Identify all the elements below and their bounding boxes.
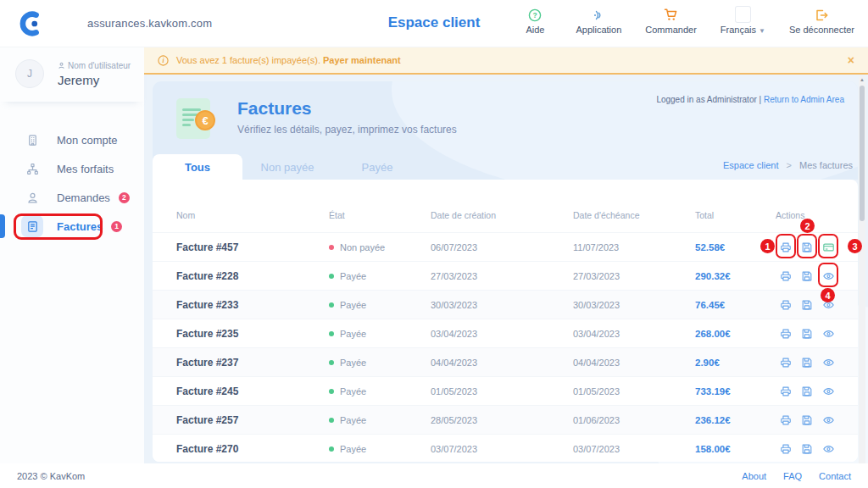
- print-button[interactable]: [780, 269, 792, 283]
- invoice-actions: [776, 413, 834, 427]
- return-admin-link[interactable]: Return to Admin Area: [764, 95, 844, 104]
- print-button[interactable]: [780, 327, 792, 341]
- breadcrumb: Espace client > Mes factures: [723, 160, 853, 170]
- user-label: Nom d'utilisateur: [68, 61, 131, 70]
- invoice-hero-icon: €: [176, 98, 215, 141]
- logout-button[interactable]: Se déconnecter: [789, 7, 854, 35]
- invoice-due-date: 27/03/2023: [573, 271, 695, 281]
- copyright: 2023 © KavKom: [17, 471, 85, 481]
- sidebar-menu: Mon compte Mes forfaits Demandes 2 Fact: [0, 125, 144, 241]
- save-icon: [801, 270, 813, 282]
- view-button[interactable]: [822, 413, 834, 427]
- breadcrumb-espace-client[interactable]: Espace client: [723, 160, 778, 170]
- save-button[interactable]: [801, 442, 813, 456]
- tab-payee[interactable]: Payée: [332, 154, 422, 180]
- kavkom-logo-icon[interactable]: [19, 11, 44, 36]
- nav-item-commander[interactable]: Commander: [645, 7, 697, 35]
- invoice-name: Facture #245: [176, 385, 329, 397]
- top-bar: assurances.kavkom.com Espace client ? Ai…: [0, 0, 868, 47]
- invoice-name: Facture #457: [176, 241, 329, 253]
- col-etat: État: [329, 210, 431, 220]
- language-selector[interactable]: Français▼: [721, 7, 765, 35]
- sidebar-item-mes-forfaits[interactable]: Mes forfaits: [0, 154, 144, 183]
- footer-link-about[interactable]: About: [742, 471, 766, 481]
- col-nom: Nom: [176, 210, 329, 220]
- invoice-due-date: 03/04/2023: [573, 329, 695, 339]
- print-button[interactable]: [780, 385, 792, 398]
- invoice-created-date: 03/04/2023: [431, 329, 573, 339]
- view-icon: [822, 270, 835, 282]
- invoice-status: Payée: [329, 444, 431, 454]
- sidebar-item-mon-compte[interactable]: Mon compte: [0, 125, 144, 154]
- print-icon: [780, 241, 792, 253]
- save-button[interactable]: [801, 241, 813, 254]
- save-icon: [801, 385, 813, 397]
- table-row: Facture #235Payée03/04/202303/04/2023268…: [153, 319, 858, 347]
- requests-icon: [21, 186, 43, 208]
- invoice-total: 2.90€: [695, 358, 776, 368]
- breadcrumb-current: Mes factures: [799, 160, 853, 170]
- alert-message: Vous avez 1 facture(s) impayée(s).: [176, 55, 320, 65]
- view-icon: [822, 299, 835, 311]
- invoice-due-date: 01/06/2023: [573, 415, 695, 425]
- client-portal-page: assurances.kavkom.com Espace client ? Ai…: [0, 0, 868, 488]
- save-button[interactable]: [801, 413, 813, 427]
- save-button[interactable]: [801, 298, 813, 312]
- col-echeance: Date d'échéance: [573, 210, 695, 220]
- table-row: Facture #457Non payée06/07/202311/07/202…: [153, 232, 858, 261]
- footer-link-contact[interactable]: Contact: [819, 471, 851, 481]
- view-button[interactable]: [822, 269, 834, 283]
- print-button[interactable]: [780, 356, 792, 369]
- invoice-total: 76.45€: [695, 300, 776, 310]
- table-row: Facture #257Payée28/05/202301/06/2023236…: [153, 405, 858, 434]
- view-button[interactable]: [822, 356, 834, 369]
- save-button[interactable]: [801, 385, 813, 398]
- print-button[interactable]: [780, 298, 792, 312]
- status-dot-icon: [329, 389, 334, 394]
- invoice-name: Facture #257: [176, 414, 329, 426]
- invoice-created-date: 27/03/2023: [431, 271, 573, 281]
- nav-item-aide[interactable]: ? Aide: [518, 7, 552, 35]
- footer-link-faq[interactable]: FAQ: [783, 471, 802, 481]
- invoice-status: Non payée: [329, 242, 431, 252]
- scroll-up-arrow-icon[interactable]: ▲: [860, 77, 865, 82]
- tab-tous[interactable]: Tous: [153, 154, 242, 180]
- app-icon: [592, 7, 605, 22]
- pay-now-link[interactable]: Payer maintenant: [323, 55, 401, 65]
- invoice-actions: [776, 269, 834, 283]
- invoice-table: Nom État Date de création Date d'échéanc…: [153, 180, 858, 462]
- status-dot-icon: [329, 418, 334, 423]
- print-button[interactable]: [780, 241, 792, 254]
- save-button[interactable]: [801, 356, 813, 369]
- pay-button[interactable]: [822, 241, 834, 254]
- invoice-name: Facture #237: [176, 357, 329, 369]
- scrollbar-thumb[interactable]: [860, 86, 865, 221]
- nav-item-application[interactable]: Application: [576, 7, 621, 35]
- save-button[interactable]: [801, 269, 813, 283]
- print-button[interactable]: [780, 413, 792, 427]
- tab-non-payee[interactable]: Non payée: [242, 154, 332, 180]
- close-icon[interactable]: ×: [848, 53, 854, 67]
- save-icon: [801, 299, 813, 311]
- svg-text:?: ?: [533, 11, 537, 19]
- invoice-due-date: 11/07/2023: [573, 242, 695, 252]
- user-name: Jeremy: [58, 73, 99, 87]
- scrollbar[interactable]: ▲: [859, 76, 865, 463]
- invoice-status: Payée: [329, 300, 431, 310]
- col-actions: Actions: [776, 210, 834, 220]
- view-button[interactable]: [822, 327, 834, 341]
- main-content: € Factures Vérifiez les détails, payez, …: [144, 75, 868, 463]
- view-button[interactable]: [822, 442, 834, 456]
- sidebar-item-demandes[interactable]: Demandes 2: [0, 183, 144, 212]
- invoice-actions: [776, 241, 834, 254]
- logout-icon: [815, 7, 828, 22]
- view-button[interactable]: [822, 385, 834, 398]
- help-icon: ?: [528, 7, 542, 22]
- save-button[interactable]: [801, 327, 813, 341]
- print-button[interactable]: [780, 442, 792, 456]
- view-button[interactable]: [822, 298, 834, 312]
- invoice-actions: [776, 298, 834, 312]
- status-dot-icon: [329, 446, 334, 452]
- invoice-total: 236.12€: [695, 415, 776, 425]
- sidebar-item-factures[interactable]: Factures 1: [0, 212, 144, 241]
